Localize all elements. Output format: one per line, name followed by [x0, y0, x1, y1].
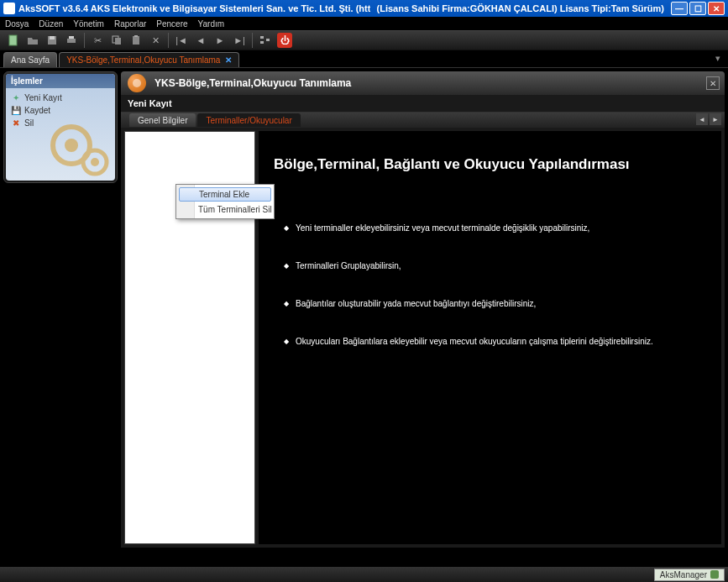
svg-rect-3: [67, 39, 76, 43]
tab-close-icon[interactable]: ✕: [225, 55, 232, 65]
context-item-tum-terminalleri-sil[interactable]: Tüm Terminalleri Sil: [178, 202, 272, 217]
new-icon: ✦: [11, 93, 21, 102]
toolbar-prev-icon[interactable]: ◄: [192, 32, 209, 49]
minimize-button[interactable]: —: [671, 2, 688, 15]
tab-label: Ana Sayfa: [11, 55, 50, 65]
titlebar-text-right: (Lisans Sahibi Firma:GÖKHAN ÇALCALI) Lis…: [377, 3, 664, 13]
action-yeni-kayit[interactable]: ✦ Yeni Kayıt: [11, 92, 110, 104]
svg-rect-8: [134, 35, 138, 37]
info-pane: Bölge,Terminal, Bağlantı ve Okuyucu Yapı…: [259, 131, 721, 544]
svg-point-13: [65, 139, 78, 152]
left-panel: İşlemler ✦ Yeni Kayıt 💾 Kaydet ✖ Sil: [3, 71, 118, 183]
maximize-button[interactable]: ☐: [689, 2, 706, 15]
action-label: Kaydet: [24, 106, 50, 115]
inner-tab-prev-icon[interactable]: ◄: [696, 113, 708, 125]
inner-tab-genel-bilgiler[interactable]: Genel Bilgiler: [129, 113, 196, 127]
action-kaydet[interactable]: 💾 Kaydet: [11, 104, 110, 117]
svg-rect-11: [266, 39, 270, 41]
content-title: YKS-Bölge,Terminal,Okuyucu Tanımlama: [155, 77, 351, 89]
titlebar: AksSOFT v3.6.4 AKS Elektronik ve Bilgisa…: [0, 0, 728, 17]
content-subheader: Yeni Kayıt: [121, 95, 725, 113]
action-label: Sil: [24, 118, 34, 128]
info-heading: Bölge,Terminal, Bağlantı ve Okuyucu Yapı…: [274, 156, 706, 173]
context-item-terminal-ekle[interactable]: Terminal Ekle: [179, 187, 271, 202]
info-bullet: Terminalleri Gruplayabilirsin,: [274, 261, 706, 270]
menu-duzen[interactable]: Düzen: [39, 19, 63, 29]
main-area: İşlemler ✦ Yeni Kayıt 💾 Kaydet ✖ Sil: [0, 67, 728, 579]
toolbar-save-icon[interactable]: [44, 32, 60, 49]
content-close-button[interactable]: ✕: [706, 76, 720, 90]
document-tabbar: Ana Sayfa YKS-Bölge,Terminal,Okuyucu Tan…: [0, 50, 728, 67]
status-aksmanager[interactable]: AksManager: [654, 569, 725, 581]
toolbar-last-icon[interactable]: ►|: [231, 32, 248, 49]
inner-tabs-nav: ◄ ►: [696, 113, 721, 125]
svg-rect-4: [69, 36, 74, 39]
svg-rect-10: [260, 41, 264, 44]
toolbar-separator: [84, 33, 85, 48]
svg-point-16: [133, 79, 141, 87]
context-menu: Terminal Ekle Tüm Terminalleri Sil: [175, 184, 275, 219]
toolbar-first-icon[interactable]: |◄: [173, 32, 190, 49]
menubar: Dosya Düzen Yönetim Raporlar Pencere Yar…: [0, 17, 728, 30]
svg-rect-9: [260, 36, 264, 39]
menu-yonetim[interactable]: Yönetim: [73, 19, 104, 29]
tab-label: YKS-Bölge,Terminal,Okuyucu Tanımlama: [66, 55, 220, 65]
inner-tab-terminaller[interactable]: Terminaller/Okuyucular: [197, 113, 300, 127]
toolbar-separator: [168, 33, 169, 48]
inner-tab-next-icon[interactable]: ►: [710, 113, 721, 125]
menu-raporlar[interactable]: Raporlar: [114, 19, 146, 29]
window-controls: — ☐ ✕: [671, 2, 725, 15]
svg-rect-6: [115, 38, 121, 45]
svg-point-15: [91, 158, 99, 166]
toolbar-next-icon[interactable]: ►: [212, 32, 228, 49]
info-bullet: Bağlantılar oluşturabilir yada mecvut ba…: [274, 299, 706, 308]
status-label: AksManager: [660, 570, 707, 579]
gear-decoration-icon: [46, 116, 113, 179]
toolbar-print-icon[interactable]: [63, 32, 80, 49]
islemler-header: İşlemler: [6, 74, 115, 88]
statusbar: AksManager: [0, 567, 728, 582]
titlebar-text-left: AksSOFT v3.6.4 AKS Elektronik ve Bilgisa…: [18, 3, 370, 13]
info-bullet: Okuyucuları Bağlantılara ekleyebilir vey…: [274, 337, 706, 346]
tab-yks-bolge[interactable]: YKS-Bölge,Terminal,Okuyucu Tanımlama ✕: [59, 52, 239, 67]
aksmanager-icon: [710, 570, 719, 579]
menu-pencere[interactable]: Pencere: [156, 19, 187, 29]
app-icon: [3, 3, 15, 14]
toolbar-new-icon[interactable]: [5, 32, 22, 49]
toolbar-copy-icon[interactable]: [108, 32, 125, 49]
svg-rect-0: [9, 35, 17, 45]
content-header: YKS-Bölge,Terminal,Okuyucu Tanımlama ✕: [121, 71, 725, 95]
toolbar-tree-icon[interactable]: [257, 32, 274, 49]
close-button[interactable]: ✕: [708, 2, 725, 15]
info-bullet: Yeni terminaller ekleyebilirsiniz veya m…: [274, 223, 706, 233]
svg-rect-7: [133, 36, 139, 45]
toolbar-separator: [252, 33, 253, 48]
svg-rect-2: [50, 36, 55, 39]
action-label: Yeni Kayıt: [24, 93, 62, 102]
toolbar-cut-icon[interactable]: ✂: [89, 32, 106, 49]
toolbar-paste-icon[interactable]: [128, 32, 144, 49]
tabbar-overflow-icon[interactable]: ▾: [711, 52, 725, 64]
toolbar-power-icon[interactable]: ⏻: [276, 32, 293, 49]
content-header-icon: [128, 74, 146, 92]
delete-icon: ✖: [11, 118, 21, 128]
toolbar: ✂ ✕ |◄ ◄ ► ►| ⏻: [0, 30, 728, 50]
toolbar-delete-icon[interactable]: ✕: [147, 32, 164, 49]
islemler-card: İşlemler ✦ Yeni Kayıt 💾 Kaydet ✖ Sil: [6, 74, 115, 181]
menu-dosya[interactable]: Dosya: [5, 19, 29, 29]
tab-ana-sayfa[interactable]: Ana Sayfa: [3, 52, 57, 67]
inner-tabbar: Genel Bilgiler Terminaller/Okuyucular ◄ …: [121, 113, 725, 128]
content-panel: YKS-Bölge,Terminal,Okuyucu Tanımlama ✕ Y…: [121, 71, 725, 576]
save-icon: 💾: [11, 106, 21, 115]
toolbar-open-icon[interactable]: [24, 32, 41, 49]
menu-yardim[interactable]: Yardım: [198, 19, 225, 29]
